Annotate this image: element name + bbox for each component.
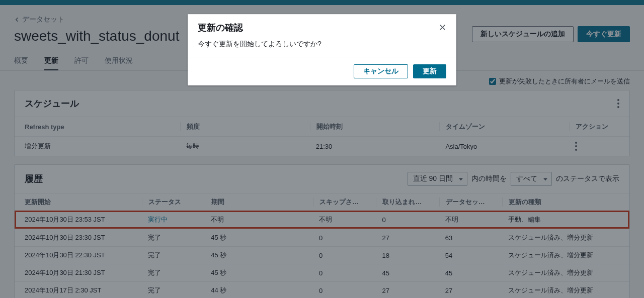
modal-close-icon[interactable]: ✕ (439, 22, 446, 33)
modal-body: 今すぐ更新を開始してよろしいですか? (188, 38, 456, 57)
modal-backdrop[interactable]: 更新の確認 ✕ 今すぐ更新を開始してよろしいですか? キャンセル 更新 (0, 0, 644, 298)
modal-confirm-button[interactable]: 更新 (413, 64, 446, 78)
confirm-refresh-modal: 更新の確認 ✕ 今すぐ更新を開始してよろしいですか? キャンセル 更新 (188, 14, 456, 85)
modal-title: 更新の確認 (198, 22, 243, 34)
modal-cancel-button[interactable]: キャンセル (354, 64, 408, 78)
